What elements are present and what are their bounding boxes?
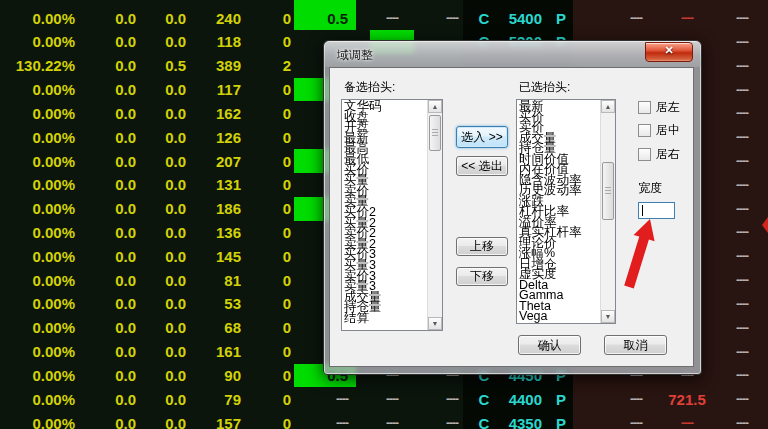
cell-percent: 0.00% bbox=[0, 101, 75, 125]
dialog-title-bar[interactable]: 域调整 ✕ bbox=[324, 41, 701, 67]
align-center-option[interactable]: 居中 bbox=[638, 122, 680, 139]
scroll-down-icon[interactable]: ▼ bbox=[428, 317, 442, 330]
scroll-down-icon[interactable]: ▼ bbox=[601, 310, 615, 323]
checkbox-label: 居右 bbox=[656, 146, 680, 163]
cell-put-dash-2: ---- bbox=[720, 268, 764, 292]
scroll-up-icon[interactable]: ▲ bbox=[428, 100, 442, 113]
align-left-option[interactable]: 居左 bbox=[638, 99, 680, 116]
cell-value-1: 0.0 bbox=[80, 197, 136, 221]
available-headers-label: 备选抬头: bbox=[344, 79, 395, 96]
cell-put-dash-2: ---- bbox=[720, 197, 764, 221]
cell-put-dash-2: ---- bbox=[720, 411, 764, 429]
cell-call-flag: C bbox=[472, 411, 496, 429]
cell-value-2: 0.0 bbox=[140, 221, 186, 245]
cell-value-2: 0.0 bbox=[140, 340, 186, 364]
cell-percent: 0.00% bbox=[0, 30, 75, 54]
scroll-up-icon[interactable]: ▲ bbox=[601, 100, 615, 113]
cell-call-flag: C bbox=[472, 6, 496, 30]
cell-percent: 0.00% bbox=[0, 411, 75, 429]
selected-headers-listbox[interactable]: ▲ ▼ 最新买价卖价成交量持仓量时间价值内在价值隐含波动率历史波动率涨跌杠杆比率… bbox=[516, 99, 616, 324]
cell-volume: 79 bbox=[190, 387, 241, 411]
cell-value-2: 0.0 bbox=[140, 292, 186, 316]
width-label: 宽度 bbox=[638, 180, 662, 197]
cell-highlight-price: ---- bbox=[294, 411, 356, 429]
cell-volume: 136 bbox=[190, 221, 241, 245]
cell-volume: 118 bbox=[190, 30, 241, 54]
cell-volume: 81 bbox=[190, 268, 241, 292]
cell-value-2: 0.0 bbox=[140, 173, 186, 197]
cell-dash-2: ---- bbox=[430, 6, 474, 30]
cell-percent: 0.00% bbox=[0, 244, 75, 268]
cell-put-dash-2: ---- bbox=[720, 54, 764, 78]
cell-value-1: 0.0 bbox=[80, 411, 136, 429]
confirm-button[interactable]: 确认 bbox=[518, 335, 581, 355]
checkbox-icon[interactable] bbox=[638, 148, 651, 161]
cell-highlight-price: 0.5 bbox=[294, 6, 356, 30]
cell-volume: 186 bbox=[190, 197, 241, 221]
cell-value-1: 0.0 bbox=[80, 364, 136, 388]
cell-value-1: 0.0 bbox=[80, 101, 136, 125]
cell-put-price: 721.5 bbox=[664, 387, 710, 411]
cell-put-dash-2: ---- bbox=[720, 340, 764, 364]
cell-put-dash-2: ---- bbox=[720, 125, 764, 149]
cell-count: 0 bbox=[245, 101, 291, 125]
cell-count: 0 bbox=[245, 292, 291, 316]
cell-value-2: 0.0 bbox=[140, 244, 186, 268]
move-up-button[interactable]: 上移 bbox=[456, 237, 508, 256]
table-row[interactable]: 0.00% 0.0 0.0 240 0 0.5 ---- ---- C 5400… bbox=[0, 6, 768, 30]
cell-strike-price: 4350 bbox=[496, 411, 542, 429]
cell-dash-1: ---- bbox=[370, 387, 414, 411]
scrollbar-thumb[interactable] bbox=[429, 115, 441, 151]
select-in-button[interactable]: 选入 >> bbox=[456, 126, 508, 148]
cell-percent: 0.00% bbox=[0, 221, 75, 245]
cell-count: 0 bbox=[245, 125, 291, 149]
cancel-button[interactable]: 取消 bbox=[604, 335, 667, 355]
cell-put-dash-2: ---- bbox=[720, 149, 764, 173]
cell-strike-price: 5400 bbox=[496, 6, 542, 30]
cell-value-2: 0.0 bbox=[140, 268, 186, 292]
annotation-arrow-fragment bbox=[762, 217, 768, 233]
select-out-button[interactable]: << 选出 bbox=[456, 156, 508, 176]
cell-volume: 162 bbox=[190, 101, 241, 125]
cell-dash-2: ---- bbox=[430, 387, 474, 411]
cell-count: 0 bbox=[245, 221, 291, 245]
available-headers-listbox[interactable]: ▲ ▼ 文华码收盘开盘最新最高最低买价买量卖价卖量买价2买量2卖价2卖量2买价3… bbox=[341, 99, 443, 331]
cell-call-flag: C bbox=[472, 387, 496, 411]
trading-quote-screen: 0.00% 0.0 0.0 0 0.5 0.00% 0.0 0.0 240 0 … bbox=[0, 0, 768, 429]
annotation-arrow bbox=[613, 212, 665, 304]
cell-put-dash-2: ---- bbox=[720, 387, 764, 411]
cell-volume: 68 bbox=[190, 316, 241, 340]
cell-volume: 131 bbox=[190, 173, 241, 197]
checkbox-icon[interactable] bbox=[638, 124, 651, 137]
cell-percent: 0.00% bbox=[0, 149, 75, 173]
cell-put-dash-1: ---- bbox=[614, 411, 658, 429]
cell-value-1: 0.0 bbox=[80, 30, 136, 54]
cell-percent: 0.00% bbox=[0, 197, 75, 221]
cell-value-2: 0.0 bbox=[140, 6, 186, 30]
cell-value-1: 0.0 bbox=[80, 244, 136, 268]
cell-value-2: 0.0 bbox=[140, 197, 186, 221]
align-right-option[interactable]: 居右 bbox=[638, 146, 680, 163]
close-button[interactable]: ✕ bbox=[645, 42, 693, 62]
cell-put-price: ---- bbox=[664, 411, 710, 429]
cell-put-dash-2: ---- bbox=[720, 78, 764, 102]
cell-put-dash-1: ---- bbox=[614, 6, 658, 30]
table-row[interactable]: 0.00% 0.0 0.0 157 0 ---- ---- ---- C 435… bbox=[0, 411, 768, 429]
cell-count: 0 bbox=[245, 78, 291, 102]
cell-value-1: 0.0 bbox=[80, 268, 136, 292]
cell-value-1: 0.0 bbox=[80, 125, 136, 149]
checkbox-icon[interactable] bbox=[638, 101, 651, 114]
cell-percent: 0.00% bbox=[0, 268, 75, 292]
table-row[interactable]: 0.00% 0.0 0.0 79 0 ---- ---- ---- C 4400… bbox=[0, 387, 768, 411]
cell-percent: 0.00% bbox=[0, 125, 75, 149]
dialog-title: 域调整 bbox=[337, 47, 373, 64]
scrollbar[interactable]: ▲ ▼ bbox=[427, 100, 442, 330]
cell-volume: 117 bbox=[190, 78, 241, 102]
cell-volume: 90 bbox=[190, 364, 241, 388]
cell-volume: 53 bbox=[190, 292, 241, 316]
cell-put-flag: P bbox=[550, 387, 572, 411]
cell-volume: 389 bbox=[190, 54, 241, 78]
cell-put-dash-2: ---- bbox=[720, 101, 764, 125]
move-down-button[interactable]: 下移 bbox=[456, 267, 508, 286]
cell-count: 0 bbox=[245, 340, 291, 364]
